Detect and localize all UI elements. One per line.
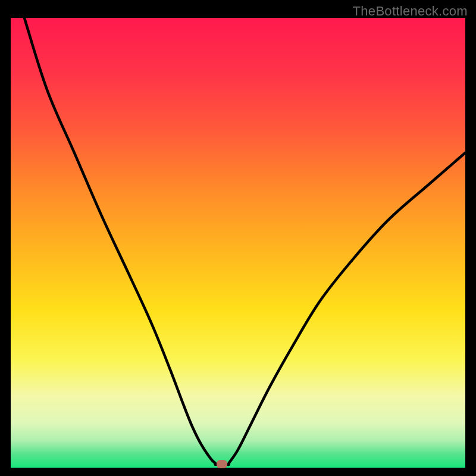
watermark-text: TheBottleneck.com bbox=[353, 4, 468, 19]
curve-path bbox=[24, 18, 465, 465]
plot-area bbox=[11, 18, 465, 468]
chart-frame: TheBottleneck.com bbox=[0, 0, 476, 476]
optimum-marker bbox=[217, 460, 227, 468]
bottleneck-curve bbox=[11, 18, 465, 468]
